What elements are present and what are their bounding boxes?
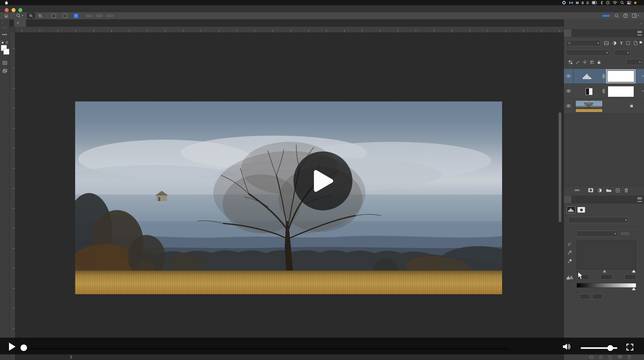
search-icon[interactable] bbox=[614, 13, 619, 18]
lock-all-icon[interactable] bbox=[597, 60, 601, 64]
opacity-dropdown[interactable]: ▾ bbox=[614, 50, 630, 56]
spotlight-search-icon[interactable] bbox=[620, 1, 624, 5]
document-canvas-image[interactable] bbox=[75, 101, 502, 294]
layers-panel-menu-icon[interactable] bbox=[637, 31, 642, 35]
zoom-in-button[interactable] bbox=[27, 13, 35, 19]
layer-row-levels-adjustment[interactable] bbox=[564, 69, 644, 84]
maxon-m-icon[interactable]: M bbox=[576, 1, 579, 5]
status-chevron-icon[interactable]: ❯ bbox=[70, 355, 72, 359]
background-color-swatch[interactable] bbox=[3, 49, 9, 55]
new-adjustment-layer-icon[interactable] bbox=[597, 188, 602, 193]
video-progress-track[interactable] bbox=[29, 348, 509, 350]
wifi-icon[interactable] bbox=[613, 1, 617, 4]
zoom-tool-preset-icon[interactable]: ▾ bbox=[16, 13, 23, 18]
video-scrubber-handle[interactable] bbox=[20, 343, 27, 353]
close-tab-icon[interactable]: ✕ bbox=[16, 21, 19, 25]
fill-screen-button[interactable] bbox=[107, 15, 113, 17]
checkbox-box-checked[interactable]: ✓ bbox=[74, 14, 78, 18]
swap-colors-icon[interactable] bbox=[5, 41, 9, 44]
visibility-toggle[interactable] bbox=[564, 69, 574, 83]
blend-mode-dropdown[interactable]: ▾ bbox=[566, 50, 610, 56]
volume-mute-button[interactable] bbox=[562, 343, 571, 351]
time-machine-icon[interactable] bbox=[606, 1, 610, 5]
zoom-percent-button[interactable] bbox=[86, 15, 92, 17]
levels-adjustment-icon[interactable] bbox=[583, 74, 592, 79]
butterfly-icon[interactable] bbox=[569, 1, 573, 5]
tab-info[interactable] bbox=[579, 29, 586, 37]
reset-icon[interactable] bbox=[608, 355, 613, 359]
filter-toggle-icon[interactable] bbox=[639, 41, 643, 46]
fit-screen-button[interactable] bbox=[96, 15, 102, 17]
c-app-icon[interactable]: C bbox=[587, 1, 589, 5]
lock-position-icon[interactable] bbox=[583, 60, 587, 64]
output-white-field[interactable] bbox=[592, 294, 603, 299]
share-button[interactable] bbox=[602, 15, 610, 17]
layers-list-empty-area[interactable] bbox=[564, 114, 644, 186]
zoom-out-button[interactable] bbox=[36, 13, 44, 19]
add-mask-icon[interactable] bbox=[588, 188, 593, 192]
clip-to-layer-icon[interactable] bbox=[589, 355, 594, 359]
auto-button[interactable] bbox=[621, 233, 629, 235]
new-layer-icon[interactable] bbox=[615, 188, 620, 193]
output-black-slider[interactable] bbox=[576, 290, 579, 293]
volume-slider-handle[interactable] bbox=[607, 345, 613, 351]
mask-link-icon[interactable] bbox=[602, 89, 605, 93]
checkbox-box[interactable] bbox=[63, 14, 67, 18]
apple-menu-icon[interactable] bbox=[4, 0, 8, 5]
input-gamma-slider[interactable] bbox=[603, 270, 606, 272]
filter-type-layers-icon[interactable]: T bbox=[620, 41, 623, 46]
visibility-icon[interactable] bbox=[617, 355, 623, 359]
zoom-window-button[interactable] bbox=[18, 8, 22, 12]
mask-badge-icon[interactable] bbox=[578, 207, 585, 213]
visibility-toggle[interactable] bbox=[564, 84, 574, 98]
record-circle-icon[interactable] bbox=[562, 1, 566, 5]
screen-mode-icon[interactable] bbox=[1, 67, 9, 74]
panel-grip[interactable] bbox=[2, 27, 7, 28]
channel-dropdown[interactable]: ▾ bbox=[576, 231, 618, 237]
horizontal-ruler[interactable] bbox=[9, 27, 564, 33]
ruler-origin-corner[interactable] bbox=[9, 27, 15, 33]
gray-point-eyedropper-icon[interactable] bbox=[567, 250, 572, 255]
tab-history[interactable] bbox=[571, 29, 579, 37]
fullscreen-button[interactable] bbox=[626, 343, 634, 351]
output-white-slider[interactable] bbox=[632, 287, 636, 290]
filter-kind-dropdown[interactable]: ▾ bbox=[566, 40, 601, 46]
s-app-icon[interactable]: S bbox=[582, 1, 584, 5]
minimize-window-button[interactable] bbox=[11, 8, 16, 12]
levels-histogram[interactable] bbox=[577, 240, 636, 269]
link-layers-icon[interactable] bbox=[574, 189, 580, 192]
adjustment-layer-icon[interactable] bbox=[586, 88, 592, 95]
window-title-bar[interactable] bbox=[0, 5, 644, 12]
video-play-overlay-button[interactable] bbox=[293, 151, 352, 210]
visibility-toggle[interactable] bbox=[564, 99, 574, 113]
tab-properties[interactable] bbox=[564, 196, 571, 203]
fill-dropdown[interactable]: ▾ bbox=[626, 59, 642, 65]
input-white-field[interactable] bbox=[624, 274, 636, 280]
checkbox-box[interactable] bbox=[52, 14, 56, 18]
layer-mask-thumbnail[interactable] bbox=[607, 70, 634, 82]
home-icon[interactable] bbox=[4, 13, 9, 18]
help-icon[interactable] bbox=[623, 13, 628, 18]
more-tools-icon[interactable]: ••• bbox=[1, 31, 9, 38]
canvas-vertical-scrollbar[interactable] bbox=[559, 112, 561, 222]
previous-state-icon[interactable] bbox=[598, 355, 603, 359]
properties-panel-menu-icon[interactable] bbox=[637, 197, 642, 202]
layer-mask-thumbnail[interactable] bbox=[608, 86, 634, 97]
filter-pixel-layers-icon[interactable] bbox=[604, 41, 609, 45]
control-center-icon[interactable] bbox=[627, 1, 631, 5]
layer-row-background[interactable] bbox=[564, 99, 644, 114]
tab-layers[interactable] bbox=[564, 29, 571, 37]
battery-icon[interactable] bbox=[592, 1, 597, 4]
black-point-eyedropper-icon[interactable] bbox=[567, 241, 572, 246]
lock-transparency-icon[interactable] bbox=[569, 60, 573, 64]
new-group-icon[interactable] bbox=[606, 188, 611, 192]
filter-smart-objects-icon[interactable] bbox=[634, 41, 638, 45]
bluetooth-icon[interactable] bbox=[600, 1, 603, 5]
filter-adjustment-layers-icon[interactable] bbox=[612, 41, 617, 45]
background-lock-icon[interactable] bbox=[630, 104, 633, 108]
collapse-tools-icon[interactable]: » bbox=[0, 19, 9, 24]
lock-artboard-icon[interactable] bbox=[590, 60, 594, 64]
delete-icon[interactable] bbox=[627, 355, 631, 359]
close-window-button[interactable] bbox=[5, 8, 9, 12]
white-point-eyedropper-icon[interactable] bbox=[567, 259, 572, 263]
